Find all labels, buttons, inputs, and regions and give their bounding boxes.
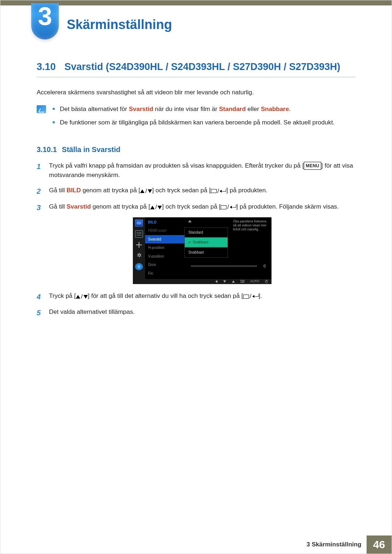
- subsection-number: 3.10.1: [37, 145, 57, 153]
- section-heading: 3.10 Svarstid (S24D390HL / S24D393HL / S…: [37, 61, 355, 77]
- source-enter-icon: /: [221, 202, 236, 212]
- osd-nav-auto: AUTO: [250, 279, 259, 284]
- osd-item-hposition: H-position: [145, 243, 184, 252]
- osd-nav-down-icon: [223, 280, 226, 283]
- footer-chapter-label: 3 Skärminställning: [306, 541, 366, 548]
- highlight-bild: BILD: [66, 187, 81, 194]
- osd-settings-icon: ✲: [135, 252, 143, 259]
- footer-page-number: 46: [367, 535, 392, 554]
- source-enter-icon: /: [211, 186, 226, 196]
- osd-submenu: Standard Snabbare Snabbast: [184, 217, 228, 279]
- osd-item-grov: Grov: [145, 260, 184, 269]
- up-down-icon: /: [140, 186, 152, 196]
- osd-option-snabbast: Snabbast: [184, 247, 228, 258]
- osd-info-icon: i: [135, 263, 143, 270]
- osd-menu-title: BILD: [145, 217, 184, 227]
- highlight-svarstid-step: Svarstid: [66, 203, 91, 210]
- osd-slider-value: 0: [264, 263, 266, 269]
- chapter-title: Skärminställning: [67, 17, 172, 32]
- step-4: Tryck på [/] för att gå till det alterna…: [37, 291, 355, 301]
- up-down-icon: /: [76, 292, 88, 301]
- osd-nav-up-icon: [232, 280, 235, 283]
- chapter-number-badge: 3: [31, 3, 59, 40]
- note-item: De funktioner som är tillgängliga på bil…: [53, 118, 355, 127]
- note-item: Det bästa alternativet för Svarstid när …: [53, 104, 355, 114]
- osd-navbar: AUTO: [133, 279, 271, 284]
- source-enter-icon: /: [243, 292, 259, 301]
- step-5: Det valda alternativet tillämpas.: [37, 307, 355, 317]
- osd-item-hdmi: HDMI svart: [145, 226, 184, 235]
- osd-item-vposition: V-position: [145, 252, 184, 261]
- osd-item-svarstid: Svarstid: [145, 235, 184, 244]
- note-box: Det bästa alternativet för Svarstid när …: [37, 104, 355, 132]
- subsection-title: Ställa in Svarstid: [62, 145, 121, 153]
- content: 3.10 Svarstid (S24D390HL / S24D393HL / S…: [0, 40, 392, 317]
- step-list: Tryck på valfri knapp på framsidan av pr…: [37, 161, 355, 317]
- osd-help-text: Öka panelens frekvens så att videon visa…: [233, 219, 269, 232]
- subsection-heading: 3.10.1Ställa in Svarstid: [37, 145, 355, 154]
- section-intro: Accelerera skärmens svarshastighet så at…: [37, 88, 355, 97]
- osd-item-fin: Fin: [145, 269, 184, 278]
- osd-list-icon: [135, 230, 143, 238]
- osd-picture-icon: [135, 219, 143, 227]
- up-down-icon: /: [150, 202, 162, 212]
- step-3: Gå till Svarstid genom att trycka på [/]…: [37, 202, 355, 284]
- osd-nav-left-icon: [215, 280, 217, 283]
- menu-button-chip: MENU: [304, 162, 321, 170]
- step-2: Gå till BILD genom att trycka på [/] och…: [37, 186, 355, 196]
- highlight-svarstid: Svarstid: [129, 106, 153, 112]
- chapter-header: 3 Skärminställning: [0, 3, 392, 40]
- osd-nav-power-icon: [265, 280, 268, 283]
- osd-sidebar: ✲ i: [133, 217, 145, 279]
- section-number: 3.10: [37, 61, 56, 73]
- section-title: Svarstid (S24D390HL / S24D393HL / S27D39…: [65, 61, 355, 73]
- highlight-standard: Standard: [219, 106, 246, 112]
- step-1: Tryck på valfri knapp på framsidan av pr…: [37, 161, 355, 180]
- note-icon: [37, 105, 46, 113]
- highlight-snabbare: Snabbare: [261, 106, 289, 112]
- osd-option-snabbare: Snabbare: [184, 237, 228, 247]
- osd-menu: BILD HDMI svart Svarstid H-position V-po…: [145, 217, 184, 279]
- osd-screenshot: ✲ i BILD HDMI svart Svarstid H-position …: [49, 217, 355, 284]
- osd-move-icon: [135, 241, 143, 249]
- osd-panel: ✲ i BILD HDMI svart Svarstid H-position …: [133, 217, 271, 284]
- osd-slider: [191, 265, 257, 267]
- osd-option-standard: Standard: [184, 227, 228, 238]
- osd-nav-enter-icon: [241, 280, 244, 283]
- page: 3 Skärminställning 3.10 Svarstid (S24D39…: [0, 0, 392, 554]
- osd-up-arrow-icon: [188, 220, 192, 222]
- page-footer: 3 Skärminställning 46: [0, 535, 392, 554]
